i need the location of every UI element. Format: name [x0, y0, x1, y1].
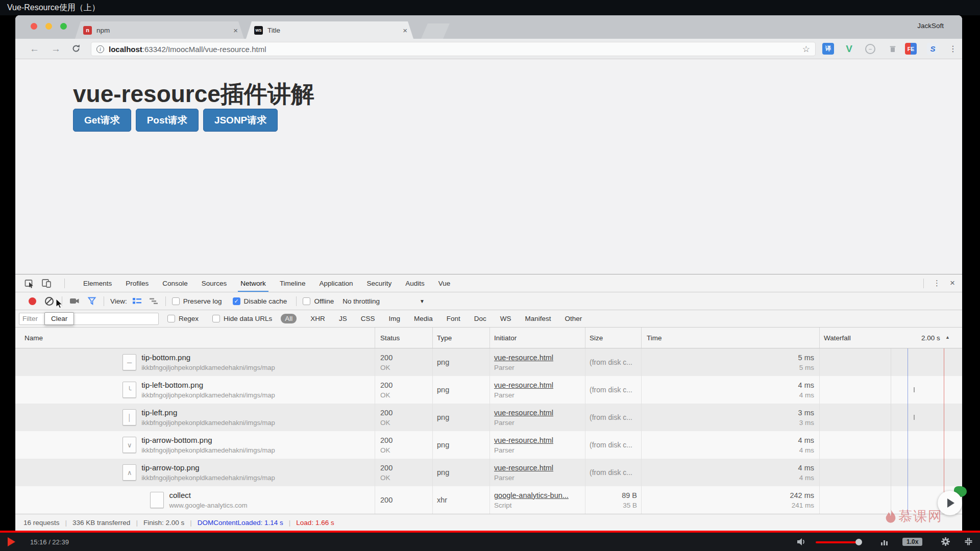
devtools-tab[interactable]: Network: [240, 274, 266, 292]
network-request-row[interactable]: ∨ tip-arrow-bottom.png ikkbfngojljohpeko…: [15, 431, 962, 459]
column-header-waterfall[interactable]: Waterfall 2.00 s ▲: [820, 328, 962, 348]
filter-funnel-icon[interactable]: [88, 297, 96, 305]
s-extension-icon[interactable]: S: [927, 43, 939, 55]
request-type: png: [437, 467, 489, 478]
devtools-tab[interactable]: Application: [319, 274, 353, 292]
address-bar[interactable]: i localhost:63342/ImoocMall/vue-resource…: [91, 42, 816, 56]
devtools-menu-icon[interactable]: ⋮: [933, 279, 941, 288]
resource-filter-pill[interactable]: XHR: [310, 315, 325, 322]
back-icon[interactable]: ←: [30, 43, 39, 55]
network-toolbar: View: Preserve log ✓ Disable cache Offli…: [15, 292, 962, 310]
devtools-tab[interactable]: Security: [366, 274, 391, 292]
resource-filter-pill[interactable]: Other: [565, 315, 582, 322]
screenshot-capture-icon[interactable]: [69, 297, 80, 305]
browser-menu-icon[interactable]: ⋮: [949, 44, 957, 54]
tab-close-icon[interactable]: ×: [233, 26, 238, 35]
offline-checkbox[interactable]: [303, 297, 310, 305]
maximize-window-button[interactable]: [60, 23, 67, 30]
request-waterfall-cell: [820, 376, 962, 404]
resource-filter-pill[interactable]: Manifest: [525, 315, 551, 322]
column-header-type[interactable]: Type: [433, 328, 490, 348]
column-header-time[interactable]: Time: [642, 328, 820, 348]
webstorm-icon: WS: [254, 26, 263, 35]
devtools-tab[interactable]: Sources: [202, 274, 227, 292]
tab-npm[interactable]: n npm ×: [75, 21, 244, 39]
resource-filter-pill[interactable]: Img: [388, 315, 400, 322]
filter-input[interactable]: [19, 313, 159, 325]
forward-icon[interactable]: →: [51, 43, 61, 55]
close-window-button[interactable]: [31, 23, 37, 30]
new-tab-button[interactable]: [421, 23, 450, 39]
record-network-log-button[interactable]: [29, 297, 36, 305]
column-header-size[interactable]: Size: [585, 328, 642, 348]
volume-slider[interactable]: [816, 541, 861, 543]
network-request-row[interactable]: ╰ tip-left-bottom.png ikkbfngojljohpekon…: [15, 376, 962, 404]
devtools-tab[interactable]: Elements: [83, 274, 112, 292]
bookmark-star-icon[interactable]: ☆: [802, 44, 810, 55]
settings-gear-icon[interactable]: [941, 537, 950, 546]
clear-tooltip: Clear: [44, 312, 74, 325]
resource-filter-pill[interactable]: CSS: [361, 315, 375, 322]
initiator-link[interactable]: vue-resource.html: [494, 408, 585, 418]
minimize-window-button[interactable]: [45, 23, 52, 30]
devtools-tab[interactable]: Vue: [438, 274, 451, 292]
request-button[interactable]: Post请求: [136, 109, 199, 132]
translate-extension-icon[interactable]: 译: [822, 43, 834, 55]
reload-icon[interactable]: [71, 44, 81, 55]
extension-circle-icon[interactable]: ‒: [865, 44, 875, 54]
site-info-icon[interactable]: i: [96, 45, 104, 53]
disable-cache-checkbox[interactable]: ✓: [233, 297, 240, 305]
network-request-row[interactable]: collect www.google-analytics.com 200 xhr: [15, 486, 962, 514]
resource-filter-pill[interactable]: Media: [414, 315, 433, 322]
column-header-name[interactable]: Name: [15, 328, 375, 348]
resource-filter-pill[interactable]: All: [281, 314, 297, 323]
column-header-initiator[interactable]: Initiator: [490, 328, 585, 348]
devtools-tab[interactable]: Audits: [405, 274, 425, 292]
fullscreen-icon[interactable]: [964, 537, 973, 546]
preserve-log-checkbox[interactable]: [172, 297, 180, 305]
initiator-link[interactable]: google-analytics-bun...: [494, 490, 585, 500]
devtools-tab[interactable]: Timeline: [280, 274, 306, 292]
regex-checkbox[interactable]: [167, 315, 175, 322]
floating-play-button[interactable]: [938, 491, 962, 515]
resource-filter-pill[interactable]: WS: [500, 315, 511, 322]
initiator-link[interactable]: vue-resource.html: [494, 463, 585, 473]
device-toolbar-icon[interactable]: [41, 278, 52, 288]
volume-knob[interactable]: [855, 539, 862, 545]
fe-extension-icon[interactable]: FE: [905, 43, 917, 55]
playback-speed-button[interactable]: 1.0x: [902, 538, 922, 546]
tab-title[interactable]: WS Title ×: [246, 21, 413, 39]
initiator-link[interactable]: vue-resource.html: [494, 435, 585, 445]
inspect-element-icon[interactable]: [24, 278, 35, 288]
devtools-close-icon[interactable]: ×: [950, 278, 955, 288]
waterfall-view-icon[interactable]: [149, 297, 158, 305]
request-button[interactable]: JSONP请求: [203, 109, 278, 132]
video-title: Vue-Resource使用（上）: [0, 0, 980, 15]
load-time: Load: 1.66 s: [296, 519, 334, 527]
request-type: xhr: [437, 495, 489, 505]
resource-filter-pill[interactable]: Font: [447, 315, 460, 322]
volume-icon[interactable]: [796, 537, 806, 547]
network-request-row[interactable]: ∧ tip-arrow-top.png ikkbfngojljohpekonpl…: [15, 459, 962, 486]
request-waterfall-cell: [820, 459, 962, 486]
play-button[interactable]: [8, 537, 15, 546]
quality-bars-icon[interactable]: [880, 537, 889, 546]
list-view-icon[interactable]: [132, 297, 142, 305]
hide-data-urls-checkbox[interactable]: [212, 315, 220, 322]
initiator-link[interactable]: vue-resource.html: [494, 380, 585, 390]
network-request-row[interactable]: │ tip-left.png ikkbfngojljohpekonpldkame…: [15, 404, 962, 431]
request-button[interactable]: Get请求: [73, 109, 131, 132]
devtools-tab[interactable]: Profiles: [126, 274, 149, 292]
throttling-caret-icon[interactable]: ▼: [420, 298, 425, 304]
network-request-row[interactable]: ─ tip-bottom.png ikkbfngojljohpekonpldka…: [15, 348, 962, 376]
throttling-select[interactable]: No throttling: [342, 297, 380, 305]
devtools-tab[interactable]: Console: [162, 274, 188, 292]
extension-trash-icon[interactable]: [887, 43, 898, 55]
initiator-link[interactable]: vue-resource.html: [494, 353, 585, 363]
vue-devtools-extension-icon[interactable]: V: [843, 43, 855, 55]
tab-close-icon[interactable]: ×: [403, 26, 407, 35]
resource-filter-pill[interactable]: Doc: [474, 315, 486, 322]
clear-network-log-button[interactable]: [45, 297, 54, 306]
resource-filter-pill[interactable]: JS: [339, 315, 347, 322]
column-header-status[interactable]: Status: [375, 328, 433, 348]
